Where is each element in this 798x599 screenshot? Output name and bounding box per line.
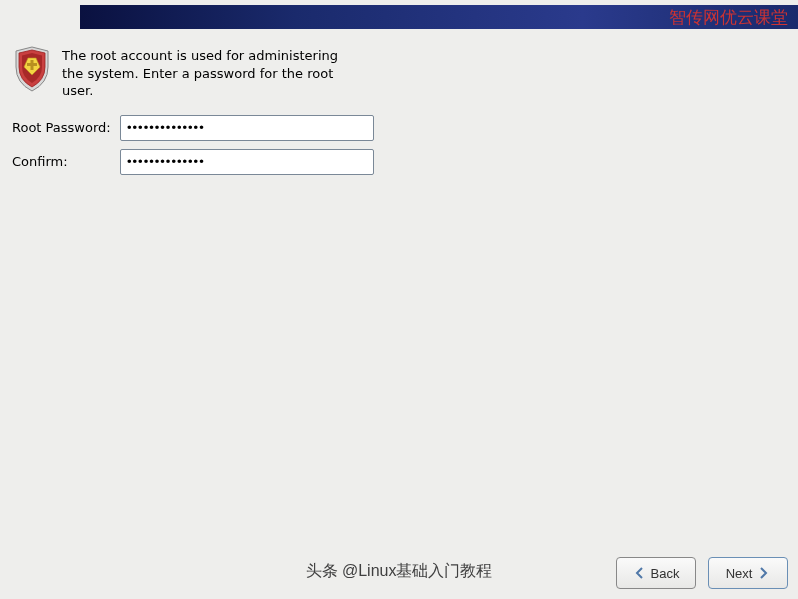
- intro-row: The root account is used for administeri…: [12, 45, 786, 100]
- root-password-input[interactable]: [120, 115, 374, 141]
- shield-icon: [12, 45, 52, 93]
- next-button[interactable]: Next: [708, 557, 788, 589]
- watermark-top: 智传网优云课堂: [669, 6, 788, 29]
- arrow-left-icon: [633, 566, 647, 580]
- back-button[interactable]: Back: [616, 557, 696, 589]
- next-button-label: Next: [726, 566, 753, 581]
- confirm-row: Confirm:: [12, 149, 786, 175]
- confirm-label: Confirm:: [12, 154, 120, 169]
- back-button-label: Back: [651, 566, 680, 581]
- intro-text: The root account is used for administeri…: [62, 45, 352, 100]
- watermark-bottom: 头条 @Linux基础入门教程: [306, 561, 493, 582]
- confirm-input[interactable]: [120, 149, 374, 175]
- root-password-label: Root Password:: [12, 120, 120, 135]
- content-area: The root account is used for administeri…: [12, 45, 786, 183]
- root-password-row: Root Password:: [12, 115, 786, 141]
- arrow-right-icon: [756, 566, 770, 580]
- bottom-bar: Back Next: [616, 557, 788, 589]
- svg-rect-1: [27, 63, 37, 66]
